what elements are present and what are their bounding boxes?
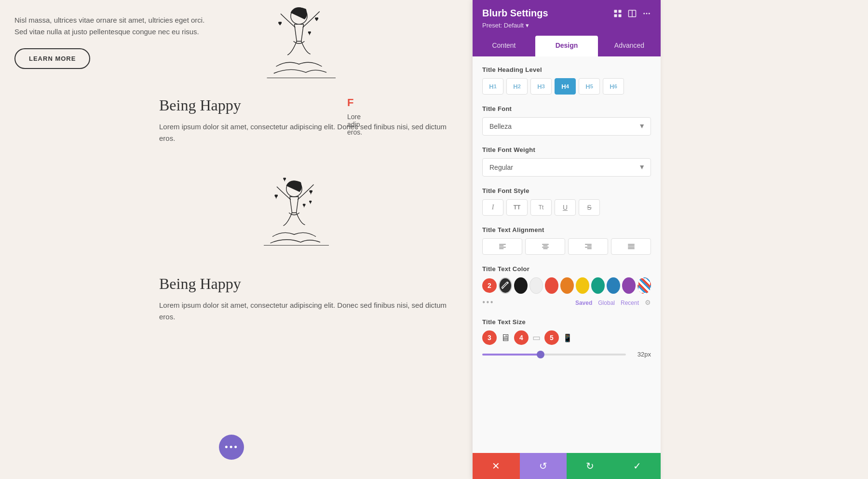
- title-font-weight-label: Title Font Weight: [482, 146, 651, 153]
- reset-button[interactable]: ↺: [520, 453, 567, 479]
- panel-title: Blurb Settings: [482, 8, 548, 19]
- color-settings-gear-icon[interactable]: ⚙: [645, 299, 651, 307]
- color-swatch-pencil[interactable]: [499, 277, 512, 294]
- title-font-style-section: Title Font Style I TT Tt U S: [482, 187, 651, 216]
- heading-btn-h4[interactable]: H4: [555, 78, 576, 95]
- device-row: 3 🖥 4 ▭ 5 📱: [482, 330, 651, 345]
- canvas-area: Nisl massa, ultrices vitae ornare sit am…: [0, 0, 473, 479]
- size-value: 32px: [633, 351, 651, 358]
- color-tab-global[interactable]: Global: [598, 300, 615, 306]
- cancel-button[interactable]: ✕: [473, 453, 520, 479]
- being-happy-text-2: Lorem ipsum dolor sit amet, consectetur …: [159, 300, 448, 323]
- panel-icon-group: [613, 9, 651, 18]
- heading-btn-h3[interactable]: H3: [530, 78, 552, 95]
- svg-text:♥: ♥: [308, 30, 311, 35]
- svg-text:♥: ♥: [278, 20, 282, 26]
- mobile-icon[interactable]: 📱: [563, 333, 572, 342]
- color-swatch-red[interactable]: [545, 277, 558, 294]
- heading-btn-h6[interactable]: H6: [603, 78, 624, 95]
- style-btn-uppercase[interactable]: TT: [506, 199, 528, 216]
- desktop-icon[interactable]: 🖥: [501, 332, 510, 343]
- color-tabs-group: Saved Global Recent ⚙: [575, 299, 651, 307]
- align-btn-center[interactable]: [525, 238, 565, 255]
- title-text-size-section: Title Text Size 3 🖥 4 ▭ 5 📱 32px: [482, 318, 651, 358]
- style-btn-underline[interactable]: U: [555, 199, 576, 216]
- size-slider[interactable]: [482, 354, 626, 356]
- color-swatch-teal[interactable]: [591, 277, 605, 294]
- align-btn-left[interactable]: [482, 238, 522, 255]
- svg-rect-14: [614, 14, 617, 17]
- style-btn-italic[interactable]: I: [482, 199, 503, 216]
- color-tab-saved[interactable]: Saved: [575, 300, 592, 306]
- size-slider-row: 32px: [482, 351, 651, 358]
- learn-more-button[interactable]: LEARN MORE: [14, 48, 90, 69]
- title-font-select[interactable]: Belleza Arial Georgia: [482, 117, 651, 136]
- being-happy-title-2: Being Happy: [159, 275, 448, 293]
- color-tab-recent[interactable]: Recent: [621, 300, 639, 306]
- color-swatch-white[interactable]: [529, 277, 543, 294]
- svg-point-19: [646, 13, 648, 14]
- badge-3: 3: [482, 330, 497, 345]
- panel-columns-icon[interactable]: [628, 9, 637, 18]
- style-btn-capitalize[interactable]: Tt: [530, 199, 552, 216]
- tablet-icon[interactable]: ▭: [532, 332, 541, 343]
- redo-button[interactable]: ↻: [567, 453, 614, 479]
- heading-btn-h5[interactable]: H5: [579, 78, 600, 95]
- heading-btn-h2[interactable]: H2: [506, 78, 528, 95]
- color-swatch-black[interactable]: [514, 277, 528, 294]
- svg-text:♥: ♥: [275, 193, 278, 199]
- font-style-buttons: I TT Tt U S: [482, 199, 651, 216]
- title-text-alignment-section: Title Text Alignment: [482, 226, 651, 255]
- title-font-weight-wrapper: Regular Bold Light ▼: [482, 158, 651, 177]
- floating-menu-button[interactable]: •••: [219, 435, 244, 460]
- title-text-color-section: Title Text Color 2 •••: [482, 265, 651, 308]
- svg-text:♥: ♥: [310, 200, 312, 204]
- color-swatch-blue[interactable]: [607, 277, 620, 294]
- tab-content[interactable]: Content: [473, 36, 535, 56]
- title-font-style-label: Title Font Style: [482, 187, 651, 194]
- color-more-dots[interactable]: •••: [482, 298, 494, 308]
- alignment-buttons: [482, 238, 651, 255]
- color-swatch-striped[interactable]: [637, 277, 651, 294]
- illustration-bottom: ♥ ♥ ♥ ♥ ♥: [227, 174, 362, 260]
- color-swatch-yellow[interactable]: [576, 277, 589, 294]
- heading-buttons: H1 H2 H3 H4 H5 H6: [482, 78, 651, 95]
- svg-rect-12: [614, 10, 617, 13]
- svg-text:♥: ♥: [310, 189, 312, 194]
- top-illustration-area: ♥ ♥ ♥: [164, 0, 434, 94]
- svg-point-20: [649, 13, 650, 14]
- panel-header: Blurb Settings Preset: Default ▾: [473, 0, 661, 36]
- style-btn-strikethrough[interactable]: S: [579, 199, 600, 216]
- title-text-color-label: Title Text Color: [482, 265, 651, 273]
- partial-text-right: F Loreadiperos.: [347, 96, 453, 136]
- panel-tabs: Content Design Advanced: [473, 36, 661, 56]
- panel-settings-icon[interactable]: [613, 9, 622, 18]
- badge-5: 5: [544, 330, 559, 345]
- title-font-weight-select[interactable]: Regular Bold Light: [482, 158, 651, 177]
- panel-more-icon[interactable]: [642, 9, 651, 18]
- align-btn-justify[interactable]: [611, 238, 651, 255]
- svg-text:♥: ♥: [284, 177, 286, 181]
- title-heading-level-label: Title Heading Level: [482, 66, 651, 73]
- device-desktop: 3: [482, 330, 497, 345]
- tab-design[interactable]: Design: [535, 36, 598, 56]
- svg-point-18: [643, 13, 645, 14]
- tab-advanced[interactable]: Advanced: [598, 36, 661, 56]
- color-swatch-purple[interactable]: [622, 277, 636, 294]
- illustration-top: ♥ ♥ ♥: [231, 0, 366, 92]
- badge-4: 4: [514, 330, 529, 345]
- svg-rect-13: [619, 10, 622, 13]
- svg-text:♥: ♥: [315, 16, 318, 22]
- partial-letter: F: [347, 96, 353, 109]
- confirm-button[interactable]: ✓: [614, 453, 661, 479]
- title-heading-level-section: Title Heading Level H1 H2 H3 H4 H5 H6: [482, 66, 651, 95]
- color-swatch-orange[interactable]: [560, 277, 574, 294]
- align-btn-right[interactable]: [568, 238, 608, 255]
- panel-preset[interactable]: Preset: Default ▾: [482, 22, 651, 29]
- color-swatches-row: 2: [482, 277, 651, 294]
- svg-rect-15: [619, 14, 622, 17]
- title-font-section: Title Font Belleza Arial Georgia ▼: [482, 105, 651, 136]
- being-happy-section-2: Being Happy Lorem ipsum dolor sit amet, …: [159, 275, 448, 323]
- heading-btn-h1[interactable]: H1: [482, 78, 503, 95]
- floating-menu-dots: •••: [224, 441, 238, 453]
